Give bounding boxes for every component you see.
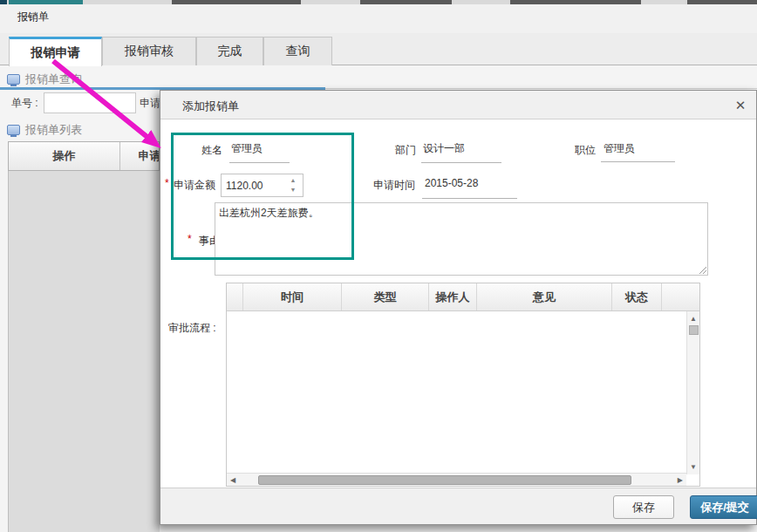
reason-textarea[interactable]: 出差杭州2天差旅费。: [215, 202, 708, 276]
applicant-label-partial: 申请: [140, 96, 160, 111]
tab-reimburse-apply[interactable]: 报销申请: [9, 37, 102, 66]
tab-query[interactable]: 查询: [263, 37, 332, 65]
list-table-header: 操作 申请人: [8, 141, 160, 171]
save-submit-button[interactable]: 保存/提交: [690, 495, 757, 519]
dept-value[interactable]: 设计一部: [423, 141, 465, 156]
resize-handle-icon[interactable]: [698, 265, 706, 274]
list-panel-header: 报销单列表: [7, 122, 82, 138]
scrollbar-thumb[interactable]: [689, 325, 699, 335]
position-label: 职位: [575, 143, 596, 158]
dialog-title: 添加报销单: [182, 99, 239, 114]
name-label: 姓名: [201, 143, 222, 158]
underline: [601, 161, 675, 162]
approval-flow-label: 审批流程 :: [168, 321, 216, 336]
underline: [229, 162, 290, 163]
query-panel-title: 报销单查询: [25, 72, 82, 87]
required-asterisk: *: [165, 177, 169, 189]
app-tab-row: 报销单: [0, 4, 757, 33]
name-value[interactable]: 管理员: [231, 141, 263, 156]
column-header-time[interactable]: 时间: [243, 283, 342, 310]
column-header-operation[interactable]: 操作: [9, 142, 120, 170]
scroll-right-icon[interactable]: ▶: [678, 474, 683, 487]
amount-spinner[interactable]: 1120.00 ▲ ▼: [221, 174, 303, 197]
order-no-label: 单号 :: [11, 96, 38, 111]
underline: [422, 198, 517, 199]
close-icon[interactable]: ✕: [732, 97, 749, 114]
scroll-left-icon[interactable]: ◀: [230, 474, 235, 487]
column-header-blank: [227, 283, 243, 310]
underline: [421, 162, 501, 163]
approval-table-header: 时间 类型 操作人 意见 状态: [227, 283, 699, 311]
workflow-tab-strip: 报销申请 报销审核 完成 查询: [0, 33, 757, 65]
dialog-footer: 保存 保存/提交: [160, 488, 756, 524]
tab-complete[interactable]: 完成: [196, 37, 263, 65]
spinner-down-icon[interactable]: ▼: [287, 185, 299, 195]
order-no-input[interactable]: [44, 92, 136, 113]
scrollbar-thumb[interactable]: [258, 475, 631, 485]
apply-time-value[interactable]: 2015-05-28: [425, 177, 478, 189]
vertical-scrollbar[interactable]: ▲ ▼: [686, 311, 699, 474]
query-panel-header: 报销单查询: [7, 72, 82, 87]
tab-reimburse-review[interactable]: 报销审核: [102, 37, 196, 65]
position-value[interactable]: 管理员: [604, 141, 635, 156]
required-asterisk: *: [188, 233, 192, 245]
list-panel-title: 报销单列表: [25, 122, 82, 138]
dialog-title-bar: 添加报销单 ✕: [160, 91, 756, 119]
amount-value[interactable]: 1120.00: [226, 180, 263, 192]
reason-value: 出差杭州2天差旅费。: [219, 206, 319, 221]
scroll-down-icon[interactable]: ▼: [687, 460, 699, 474]
column-header-operator[interactable]: 操作人: [429, 283, 477, 310]
monitor-icon: [7, 74, 20, 85]
column-header-applicant[interactable]: 申请人: [120, 142, 160, 170]
column-header-blank: [662, 283, 699, 310]
horizontal-scrollbar[interactable]: ◀ ▶: [227, 473, 686, 486]
divider: [325, 88, 757, 89]
scroll-up-icon[interactable]: ▲: [687, 312, 699, 325]
amount-label: 申请金额: [174, 178, 215, 193]
column-header-opinion[interactable]: 意见: [477, 283, 612, 310]
column-header-type[interactable]: 类型: [342, 283, 429, 310]
dept-label: 部门: [395, 143, 416, 158]
monitor-icon: [7, 125, 20, 135]
approval-table: 时间 类型 操作人 意见 状态 ▲ ▼ ◀ ▶: [226, 283, 700, 487]
list-table-body: [8, 171, 160, 532]
apply-time-label: 申请时间: [373, 178, 415, 193]
save-button[interactable]: 保存: [613, 495, 674, 519]
add-reimburse-dialog: 添加报销单 ✕ 姓名 管理员 部门 设计一部 职位 管理员 * 申请金额 112…: [160, 90, 757, 525]
app-tab-title[interactable]: 报销单: [17, 10, 49, 24]
column-header-status[interactable]: 状态: [612, 283, 662, 310]
